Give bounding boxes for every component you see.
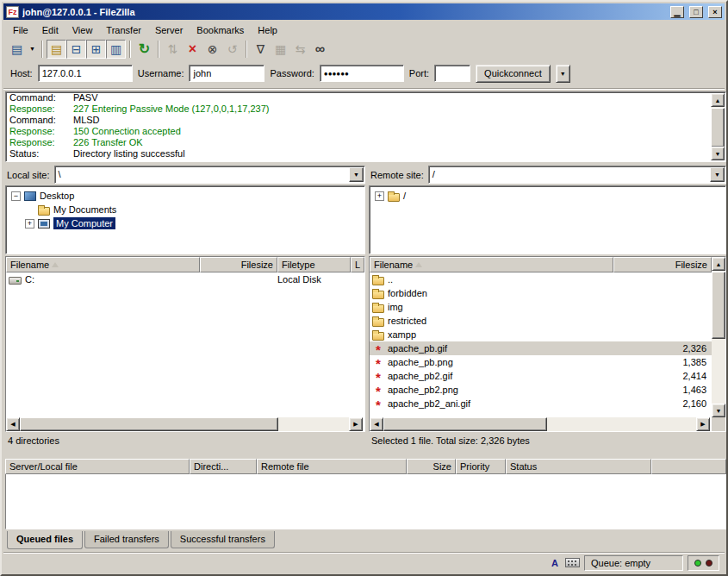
tree-item-desktop[interactable]: − Desktop bbox=[6, 189, 364, 203]
minimize-button[interactable]: ▁ bbox=[670, 6, 684, 18]
password-input[interactable] bbox=[320, 65, 404, 82]
local-file-row[interactable]: C: Local Disk bbox=[6, 272, 364, 286]
tree-item-my-computer[interactable]: + My Computer bbox=[6, 216, 364, 230]
toggle-message-log-button[interactable]: ▤ bbox=[47, 40, 66, 59]
reconnect-button[interactable]: ↺ bbox=[222, 40, 242, 59]
toolbar-separator bbox=[246, 41, 247, 58]
scrollbar-thumb[interactable] bbox=[711, 108, 725, 147]
file-type: Local Disk bbox=[277, 274, 351, 285]
refresh-button[interactable]: ↻ bbox=[134, 40, 154, 59]
port-input[interactable] bbox=[434, 65, 470, 82]
remote-file-row-selected[interactable]: *apache_pb.gif 2,326 bbox=[370, 341, 725, 355]
menu-bookmarks[interactable]: Bookmarks bbox=[190, 23, 251, 37]
column-header-filename[interactable]: Filename bbox=[370, 257, 613, 272]
remote-file-row[interactable]: restricted bbox=[370, 314, 725, 328]
remote-file-row[interactable]: forbidden bbox=[370, 286, 725, 300]
remote-file-row[interactable]: .. bbox=[370, 272, 725, 286]
menu-file[interactable]: File bbox=[6, 23, 35, 37]
message-log[interactable]: Command:PASV Response:227 Entering Passi… bbox=[5, 91, 726, 162]
column-header-priority[interactable]: Priority bbox=[456, 459, 506, 474]
tree-expander[interactable]: + bbox=[375, 191, 384, 201]
title-bar[interactable]: Fz john@127.0.0.1 - FileZilla ▁ □ × bbox=[3, 3, 725, 20]
combo-dropdown-button[interactable]: ▼ bbox=[349, 167, 364, 182]
column-header-status[interactable]: Status bbox=[506, 459, 651, 474]
local-horizontal-scrollbar[interactable]: ◀ ▶ bbox=[6, 417, 363, 431]
compare-button[interactable]: ▦ bbox=[271, 40, 290, 59]
scroll-down-button[interactable]: ▼ bbox=[712, 404, 725, 417]
filter-button[interactable]: ∇ bbox=[251, 40, 271, 59]
keypad-icon[interactable] bbox=[565, 556, 580, 570]
scrollbar-thumb[interactable] bbox=[20, 417, 278, 431]
remote-file-row[interactable]: xampp bbox=[370, 328, 725, 341]
quickconnect-bar: Host: Username: Password: Port: Quickcon… bbox=[3, 60, 725, 86]
host-input[interactable] bbox=[38, 65, 133, 82]
maximize-button[interactable]: □ bbox=[689, 6, 703, 18]
quickconnect-dropdown-button[interactable]: ▼ bbox=[556, 65, 570, 83]
column-header-direction[interactable]: Directi... bbox=[190, 459, 257, 474]
column-header-filename[interactable]: Filename bbox=[6, 257, 200, 272]
column-header-server-local-file[interactable]: Server/Local file bbox=[5, 459, 190, 474]
column-header-last-modified[interactable]: L bbox=[351, 257, 364, 272]
menu-edit[interactable]: Edit bbox=[35, 23, 65, 37]
transfer-type-icon[interactable]: A bbox=[549, 556, 561, 570]
scroll-right-button[interactable]: ▶ bbox=[349, 417, 363, 431]
tree-item-root[interactable]: + / bbox=[370, 189, 725, 203]
sync-browse-button[interactable]: ⇆ bbox=[290, 40, 310, 59]
queue-list-area[interactable] bbox=[5, 474, 726, 529]
remote-vertical-scrollbar[interactable]: ▲ ▼ bbox=[712, 257, 725, 417]
menu-view[interactable]: View bbox=[65, 23, 100, 37]
remote-file-row[interactable]: img bbox=[370, 300, 725, 314]
find-button[interactable]: ∞ bbox=[310, 40, 330, 59]
toggle-local-tree-button[interactable]: ⊟ bbox=[66, 40, 86, 59]
column-header-filesize[interactable]: Filesize bbox=[613, 257, 712, 272]
combo-dropdown-button[interactable]: ▼ bbox=[710, 167, 725, 182]
username-input[interactable] bbox=[189, 65, 264, 82]
menu-server[interactable]: Server bbox=[148, 23, 190, 37]
remote-file-row[interactable]: *apache_pb2.gif 2,414 bbox=[370, 369, 725, 383]
menu-help[interactable]: Help bbox=[251, 23, 284, 37]
disconnect-button[interactable]: ⊗ bbox=[202, 40, 222, 59]
tree-item-my-documents[interactable]: My Documents bbox=[6, 203, 364, 216]
remote-file-row[interactable]: *apache_pb2.png 1,463 bbox=[370, 383, 725, 397]
tab-failed-transfers[interactable]: Failed transfers bbox=[84, 531, 169, 548]
queue-tabs: Queued files Failed transfers Successful… bbox=[7, 531, 275, 549]
site-manager-button[interactable]: ▤ bbox=[7, 40, 27, 59]
scroll-right-button[interactable]: ▶ bbox=[696, 417, 710, 431]
local-list-body[interactable]: C: Local Disk bbox=[6, 272, 364, 417]
tab-successful-transfers[interactable]: Successful transfers bbox=[171, 531, 275, 548]
scrollbar-corner bbox=[712, 417, 725, 431]
toggle-queue-button[interactable]: ▥ bbox=[106, 40, 126, 59]
remote-horizontal-scrollbar[interactable]: ◀ ▶ bbox=[370, 417, 710, 431]
column-header-filetype[interactable]: Filetype bbox=[277, 257, 351, 272]
remote-directory-tree[interactable]: + / bbox=[369, 185, 726, 254]
log-scrollbar[interactable]: ▲ ▼ bbox=[711, 93, 725, 160]
file-size: 1,385 bbox=[613, 357, 712, 367]
scroll-left-button[interactable]: ◀ bbox=[6, 417, 20, 431]
quickconnect-button[interactable]: Quickconnect bbox=[476, 65, 551, 83]
tree-expander[interactable]: + bbox=[25, 219, 34, 229]
local-directory-tree[interactable]: − Desktop My Documents + My Computer bbox=[5, 185, 365, 254]
local-site-combo[interactable]: \ ▼ bbox=[54, 166, 365, 184]
scroll-left-button[interactable]: ◀ bbox=[370, 417, 383, 431]
scrollbar-thumb[interactable] bbox=[712, 272, 725, 339]
scroll-up-button[interactable]: ▲ bbox=[712, 257, 725, 271]
tab-queued-files[interactable]: Queued files bbox=[7, 531, 83, 549]
tree-expander[interactable]: − bbox=[11, 191, 21, 201]
log-line-text: 150 Connection accepted bbox=[73, 126, 181, 137]
close-button[interactable]: × bbox=[708, 6, 722, 18]
column-header-remote-file[interactable]: Remote file bbox=[257, 459, 407, 474]
remote-file-row[interactable]: *apache_pb2_ani.gif 2,160 bbox=[370, 397, 725, 410]
process-queue-button[interactable]: ⇅ bbox=[163, 40, 183, 59]
column-header-filesize[interactable]: Filesize bbox=[200, 257, 277, 272]
remote-site-combo[interactable]: / ▼ bbox=[428, 166, 726, 184]
toggle-remote-tree-button[interactable]: ⊞ bbox=[86, 40, 106, 59]
remote-list-body[interactable]: .. forbidden img restricted xampp bbox=[370, 272, 725, 417]
scrollbar-thumb[interactable] bbox=[383, 417, 547, 431]
remote-file-row[interactable]: *apache_pb.png 1,385 bbox=[370, 355, 725, 369]
menu-transfer[interactable]: Transfer bbox=[99, 23, 148, 37]
site-manager-dropdown-button[interactable]: ▼ bbox=[27, 40, 38, 59]
scroll-up-button[interactable]: ▲ bbox=[711, 93, 725, 107]
column-header-size[interactable]: Size bbox=[407, 459, 456, 474]
cancel-button[interactable]: × bbox=[183, 40, 202, 59]
scroll-down-button[interactable]: ▼ bbox=[711, 147, 725, 160]
